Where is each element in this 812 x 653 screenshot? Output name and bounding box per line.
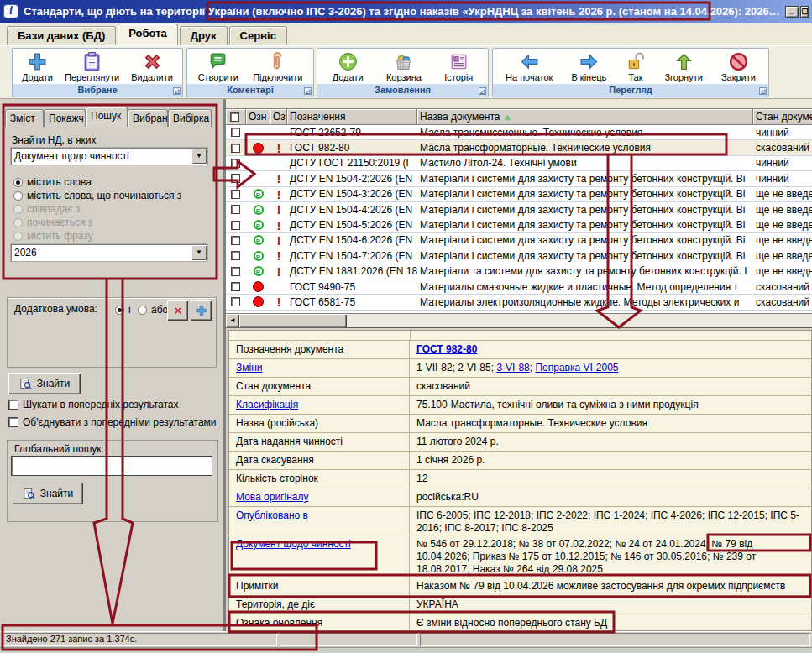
table-row[interactable]: P!ДСТУ EN 1504-4:2026 (ENМатеріали і сис… bbox=[226, 202, 812, 217]
global-search-input[interactable] bbox=[11, 456, 212, 476]
row-select-cell[interactable] bbox=[226, 233, 246, 248]
comment-create-button[interactable]: Створити bbox=[195, 51, 242, 82]
detail-label[interactable]: Зміни bbox=[229, 359, 410, 377]
table-row[interactable]: ГОСТ 9490-75Материалы смазочные жидкие и… bbox=[226, 279, 812, 295]
checkbox-icon[interactable] bbox=[231, 221, 240, 230]
table-row[interactable]: P!ДСТУ EN 1881:2026 (EN 18Матеріали та с… bbox=[226, 264, 812, 279]
detail-label[interactable]: Мова оригіналу bbox=[229, 488, 410, 506]
mode-contains-words[interactable]: містить слова bbox=[13, 176, 92, 188]
comment-attach-button[interactable]: Підключити bbox=[249, 51, 306, 82]
merge-previous-checkbox[interactable]: Об'єднувати з попередніми результатами bbox=[8, 416, 223, 428]
global-find-button[interactable]: Знайти bbox=[13, 483, 83, 504]
row-select-cell[interactable] bbox=[226, 264, 246, 279]
header-designation[interactable]: Позначення bbox=[287, 109, 417, 125]
header-state[interactable]: Стан документа bbox=[753, 109, 812, 125]
checkbox-icon[interactable] bbox=[231, 128, 240, 137]
yes-lock-button[interactable]: Так bbox=[621, 51, 649, 82]
row-select-cell[interactable] bbox=[226, 156, 246, 170]
go-first-button[interactable]: На початок bbox=[502, 51, 556, 82]
collapse-button[interactable]: Згорнути bbox=[661, 51, 705, 82]
table-row[interactable]: ДСТУ ГОСТ 21150:2019 (ГМастило Літол-24.… bbox=[226, 156, 812, 171]
favorites-delete-button[interactable]: Видалити bbox=[128, 51, 176, 82]
row-select-cell[interactable] bbox=[226, 187, 246, 201]
tab-databases[interactable]: Бази даних (БД) bbox=[7, 26, 116, 45]
order-history-button[interactable]: Історія bbox=[441, 51, 476, 82]
dialog-launcher-icon[interactable]: ◿ bbox=[759, 87, 767, 95]
checkbox-icon[interactable] bbox=[231, 174, 240, 183]
detail-label[interactable]: Класифікація bbox=[229, 396, 410, 414]
header-ozn1[interactable]: Озн bbox=[246, 109, 270, 125]
search-term-combobox[interactable]: 2026 ▼ bbox=[10, 243, 208, 262]
table-row[interactable]: P!ДСТУ EN 1504-5:2026 (ENМатеріали і сис… bbox=[226, 217, 812, 232]
header-name[interactable]: Назва документа▲ bbox=[417, 109, 753, 125]
scrollbar-thumb[interactable] bbox=[239, 314, 347, 327]
checkbox-icon[interactable] bbox=[231, 251, 240, 260]
sidebar-tab-contents[interactable]: Зміст bbox=[5, 109, 44, 127]
row-select-cell[interactable] bbox=[226, 295, 246, 309]
chevron-down-icon[interactable]: ▼ bbox=[191, 149, 207, 164]
checkbox-icon[interactable] bbox=[231, 267, 240, 276]
table-row[interactable]: !ГОСТ 982-80Масла трансформаторные. Техн… bbox=[226, 140, 812, 155]
detail-value-link[interactable]: 3-VI-88 bbox=[496, 362, 529, 374]
extra-remove-button[interactable] bbox=[167, 300, 188, 321]
sidebar-tab-selection[interactable]: Вибірка bbox=[168, 109, 212, 127]
minimize-button[interactable]: _ bbox=[785, 6, 799, 18]
extra-and-radio[interactable]: і bbox=[115, 304, 131, 316]
row-state-icon-cell bbox=[246, 125, 270, 139]
sidebar-tab-search[interactable]: Пошук bbox=[86, 107, 128, 127]
checkbox-icon[interactable] bbox=[231, 144, 240, 153]
maximize-button[interactable]: ▢ bbox=[800, 6, 809, 18]
table-row[interactable]: P!ДСТУ EN 1504-3:2026 (ENМатеріали і сис… bbox=[226, 187, 812, 202]
extra-or-radio[interactable]: або bbox=[138, 304, 168, 316]
detail-row: Мова оригіналуросійська:RU bbox=[229, 488, 811, 507]
horizontal-scrollbar[interactable]: ◄ bbox=[226, 313, 812, 327]
order-basket-button[interactable]: Корзина bbox=[383, 51, 425, 82]
tab-service[interactable]: Сервіс bbox=[229, 26, 287, 45]
order-add-button[interactable]: Додати bbox=[329, 51, 367, 82]
checkbox-icon[interactable] bbox=[231, 159, 240, 168]
find-button[interactable]: Знайти bbox=[8, 373, 81, 394]
go-last-button[interactable]: В кінець bbox=[568, 51, 610, 82]
detail-label[interactable]: Опубліковано в bbox=[229, 507, 410, 535]
checkbox-icon[interactable] bbox=[231, 205, 240, 214]
dialog-launcher-icon[interactable]: ◿ bbox=[173, 87, 181, 95]
dialog-launcher-icon[interactable]: ◿ bbox=[479, 87, 486, 95]
checkbox-icon[interactable] bbox=[231, 190, 240, 199]
row-document-state: ще не введен bbox=[753, 187, 812, 201]
table-row[interactable]: !ГОСТ 6581-75Материалы электроизоляционн… bbox=[226, 295, 812, 310]
row-select-cell[interactable] bbox=[226, 248, 246, 263]
tab-work[interactable]: Робота bbox=[118, 24, 178, 45]
row-select-cell[interactable] bbox=[226, 171, 246, 185]
detail-value-link[interactable]: Поправка VI-2005 bbox=[535, 362, 618, 374]
favorites-add-button[interactable]: Додати bbox=[18, 51, 56, 82]
checkbox-icon[interactable] bbox=[231, 236, 240, 245]
row-select-cell[interactable] bbox=[226, 279, 246, 294]
table-row[interactable]: !ДСТУ EN 1504-2:2026 (ENМатеріали і сист… bbox=[226, 171, 812, 186]
table-row[interactable]: P!ДСТУ EN 1504-6:2026 (ENМатеріали і сис… bbox=[226, 233, 812, 248]
checkbox-icon[interactable] bbox=[231, 297, 240, 306]
dialog-launcher-icon[interactable]: ◿ bbox=[304, 87, 312, 95]
mode-starts-with-words[interactable]: містить слова, що починаються з bbox=[13, 190, 181, 201]
detail-label[interactable]: Документ щодо чинності bbox=[229, 535, 410, 577]
tab-print[interactable]: Друк bbox=[180, 26, 228, 45]
close-button[interactable]: Закрити bbox=[718, 51, 759, 82]
sidebar-tab-index[interactable]: Покажч bbox=[44, 109, 86, 127]
table-row[interactable]: P!ДСТУ EN 1504-7:2026 (ENМатеріали і сис… bbox=[226, 248, 812, 264]
row-select-cell[interactable] bbox=[226, 140, 246, 154]
favorites-view-button[interactable]: Переглянути bbox=[61, 51, 123, 82]
scroll-left-icon[interactable]: ◄ bbox=[226, 314, 239, 327]
search-field-select[interactable]: Документ щодо чинності ▼ bbox=[10, 147, 208, 165]
detail-value-link[interactable]: ГОСТ 982-80 bbox=[416, 343, 477, 355]
plus-icon bbox=[196, 305, 207, 316]
table-row[interactable]: ГОСТ 23652-79Масла трансмиссионные. Техн… bbox=[226, 125, 812, 140]
row-select-cell[interactable] bbox=[226, 125, 246, 139]
header-select-all[interactable] bbox=[226, 109, 246, 125]
row-select-cell[interactable] bbox=[226, 217, 246, 232]
header-ozn2[interactable]: Озн bbox=[270, 109, 287, 125]
row-select-cell[interactable] bbox=[226, 202, 246, 217]
extra-add-button[interactable] bbox=[191, 300, 212, 321]
sidebar-tab-favorites[interactable]: Вибран bbox=[128, 109, 168, 127]
checkbox-icon[interactable] bbox=[231, 282, 240, 291]
chevron-down-icon[interactable]: ▼ bbox=[191, 245, 207, 260]
search-previous-checkbox[interactable]: Шукати в попередніх результатах bbox=[8, 399, 223, 410]
